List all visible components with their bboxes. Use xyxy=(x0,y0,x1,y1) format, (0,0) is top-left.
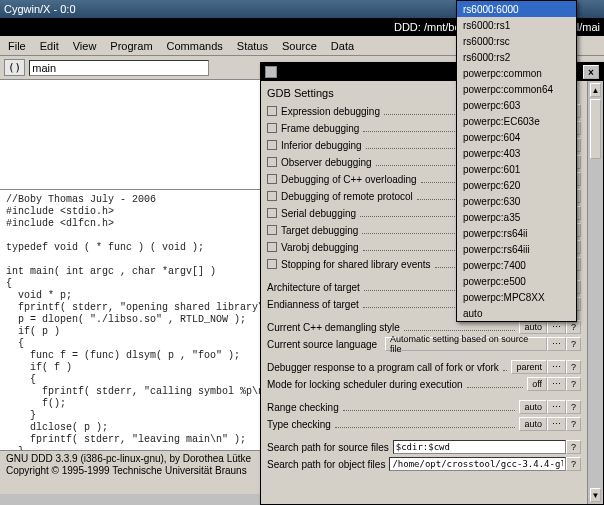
setting-label: Type checking xyxy=(267,419,331,430)
checkbox[interactable] xyxy=(267,242,277,252)
help-button[interactable]: ? xyxy=(566,400,581,414)
setting-value[interactable]: parent xyxy=(511,360,547,374)
checkbox[interactable] xyxy=(267,208,277,218)
dialog-close-button[interactable]: × xyxy=(583,65,599,79)
setting-label: Current C++ demangling style xyxy=(267,322,400,333)
arch-menu-item[interactable]: auto xyxy=(457,305,576,321)
scroll-thumb[interactable] xyxy=(590,99,601,159)
setting-label: Frame debugging xyxy=(281,123,359,134)
help-button[interactable]: ? xyxy=(566,440,581,454)
spin-button[interactable]: ⋯ xyxy=(547,377,566,391)
setting-label: Debugging of remote protocol xyxy=(281,191,413,202)
setting-label: Observer debugging xyxy=(281,157,372,168)
checkbox[interactable] xyxy=(267,123,277,133)
arch-menu-item[interactable]: powerpc:e500 xyxy=(457,273,576,289)
dialog-sysmenu-icon[interactable] xyxy=(265,66,277,78)
arch-menu-item[interactable]: powerpc:EC603e xyxy=(457,113,576,129)
setting-label: Target debugging xyxy=(281,225,358,236)
arch-menu-item[interactable]: rs6000:6000 xyxy=(457,1,576,17)
setting-label: Mode for locking scheduler during execut… xyxy=(267,379,463,390)
menu-data[interactable]: Data xyxy=(331,40,354,52)
spin-button[interactable]: ⋯ xyxy=(547,400,566,414)
help-button[interactable]: ? xyxy=(566,377,581,391)
path-input[interactable] xyxy=(389,457,566,471)
help-button[interactable]: ? xyxy=(566,320,581,334)
checkbox[interactable] xyxy=(267,174,277,184)
setting-label: Expression debugging xyxy=(281,106,380,117)
setting-label: Inferior debugging xyxy=(281,140,362,151)
menu-edit[interactable]: Edit xyxy=(40,40,59,52)
arch-menu-item[interactable]: powerpc:603 xyxy=(457,97,576,113)
arch-menu-item[interactable]: powerpc:601 xyxy=(457,161,576,177)
menu-view[interactable]: View xyxy=(73,40,97,52)
arch-menu-item[interactable]: rs6000:rsc xyxy=(457,33,576,49)
arch-menu-item[interactable]: powerpc:604 xyxy=(457,129,576,145)
paren-button[interactable]: () xyxy=(4,59,25,76)
setting-label: Search path for source files xyxy=(267,442,389,453)
setting-label: Current source language xyxy=(267,339,377,350)
menu-status[interactable]: Status xyxy=(237,40,268,52)
arch-menu-item[interactable]: rs6000:rs2 xyxy=(457,49,576,65)
setting-label: Debugging of C++ overloading xyxy=(281,174,417,185)
arch-menu-item[interactable]: powerpc:common64 xyxy=(457,81,576,97)
menu-program[interactable]: Program xyxy=(110,40,152,52)
arch-menu-item[interactable]: powerpc:common xyxy=(457,65,576,81)
help-button[interactable]: ? xyxy=(566,457,581,471)
setting-value[interactable]: auto xyxy=(519,417,547,431)
arch-menu-item[interactable]: rs6000:rs1 xyxy=(457,17,576,33)
scroll-down-arrow[interactable]: ▼ xyxy=(590,488,601,502)
setting-label: Range checking xyxy=(267,402,339,413)
arch-menu-item[interactable]: powerpc:620 xyxy=(457,177,576,193)
checkbox[interactable] xyxy=(267,140,277,150)
checkbox[interactable] xyxy=(267,106,277,116)
xwin-title-text: Cygwin/X - 0:0 xyxy=(4,0,76,18)
setting-label: Endianness of target xyxy=(267,299,359,310)
arch-menu-item[interactable]: powerpc:403 xyxy=(457,145,576,161)
checkbox[interactable] xyxy=(267,225,277,235)
architecture-menu: rs6000:6000rs6000:rs1rs6000:rscrs6000:rs… xyxy=(456,0,577,322)
menu-source[interactable]: Source xyxy=(282,40,317,52)
setting-label: Search path for object files xyxy=(267,459,385,470)
setting-value[interactable]: off xyxy=(527,377,547,391)
scroll-up-arrow[interactable]: ▲ xyxy=(590,83,601,97)
arch-menu-item[interactable]: powerpc:7400 xyxy=(457,257,576,273)
spin-button[interactable]: ⋯ xyxy=(547,320,566,334)
menu-file[interactable]: File xyxy=(8,40,26,52)
setting-label: Stopping for shared library events xyxy=(281,259,431,270)
arch-menu-item[interactable]: powerpc:a35 xyxy=(457,209,576,225)
setting-label: Serial debugging xyxy=(281,208,356,219)
dialog-scrollbar[interactable]: ▲ ▼ xyxy=(587,81,603,504)
help-button[interactable]: ? xyxy=(566,337,581,351)
setting-value[interactable]: auto xyxy=(519,320,547,334)
checkbox[interactable] xyxy=(267,191,277,201)
setting-value[interactable]: auto xyxy=(519,400,547,414)
arch-menu-item[interactable]: powerpc:rs64iii xyxy=(457,241,576,257)
path-input[interactable] xyxy=(393,440,566,454)
setting-value[interactable]: Automatic setting based on source file xyxy=(385,337,547,351)
arch-menu-item[interactable]: powerpc:MPC8XX xyxy=(457,289,576,305)
menu-commands[interactable]: Commands xyxy=(167,40,223,52)
arch-menu-item[interactable]: powerpc:630 xyxy=(457,193,576,209)
help-button[interactable]: ? xyxy=(566,417,581,431)
setting-label: Architecture of target xyxy=(267,282,360,293)
arch-menu-item[interactable]: powerpc:rs64ii xyxy=(457,225,576,241)
setting-label: Debugger response to a program call of f… xyxy=(267,362,499,373)
checkbox[interactable] xyxy=(267,157,277,167)
checkbox[interactable] xyxy=(267,259,277,269)
spin-button[interactable]: ⋯ xyxy=(547,337,566,351)
argument-input[interactable] xyxy=(29,60,209,76)
spin-button[interactable]: ⋯ xyxy=(547,360,566,374)
help-button[interactable]: ? xyxy=(566,360,581,374)
spin-button[interactable]: ⋯ xyxy=(547,417,566,431)
setting-label: Varobj debugging xyxy=(281,242,359,253)
